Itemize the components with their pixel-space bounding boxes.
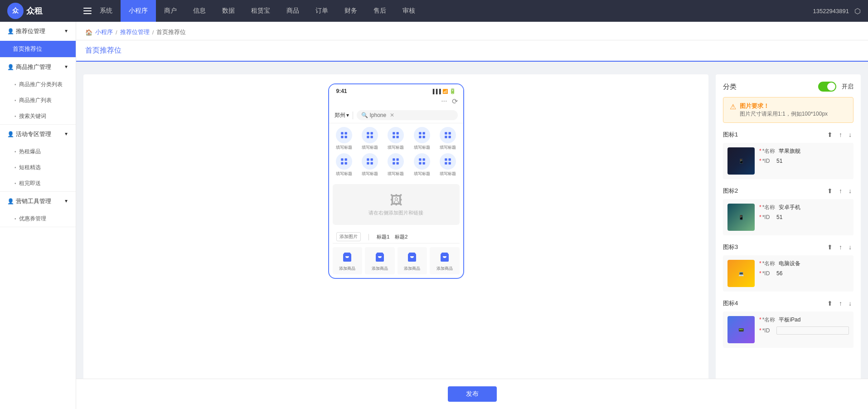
cat-label-7: 填写标题: [362, 171, 378, 177]
nav-system[interactable]: 系统: [92, 0, 121, 22]
cat-item-1[interactable]: 填写标题: [333, 127, 356, 151]
icon-section-3-actions: ⬆ ↑ ↓: [825, 243, 853, 252]
home-icon: 🏠: [85, 29, 92, 36]
cat-item-9[interactable]: 填写标题: [410, 153, 433, 177]
phone-location[interactable]: 郑州 ▾: [335, 112, 353, 119]
icon4-thumbnail[interactable]: 📟: [727, 316, 755, 343]
nav-merchant[interactable]: 商户: [156, 0, 185, 22]
sidebar-item-search-keyword[interactable]: • 搜索关键词: [0, 108, 76, 124]
breadcrumb-recommend[interactable]: 推荐位管理: [120, 28, 150, 36]
icon2-sort-top-btn[interactable]: ⬆: [825, 186, 834, 195]
cat-item-8[interactable]: 填写标题: [384, 153, 407, 177]
svg-rect-21: [345, 158, 347, 161]
sidebar-group-marketing-title[interactable]: 👤营销工具管理 ▲: [0, 192, 76, 211]
sidebar-item-homepage-recommend[interactable]: 首页推荐位: [0, 41, 76, 57]
svg-rect-9: [397, 132, 399, 134]
breadcrumb-miniapp[interactable]: 小程序: [95, 28, 113, 36]
tab-label-1[interactable]: 标题1: [377, 234, 389, 240]
svg-rect-26: [367, 162, 369, 165]
icon-section-2: 图标2 ⬆ ↑ ↓ 📱: [723, 186, 853, 235]
page-title-bar: 首页推荐位: [76, 40, 868, 62]
product-label-2: 添加商品: [372, 266, 388, 272]
sidebar-item-product-list[interactable]: • 商品推广列表: [0, 93, 76, 108]
icon3-id-value[interactable]: 56: [776, 270, 849, 277]
icon3-name-row: *名称 电脑设备: [759, 260, 849, 268]
cat-item-4[interactable]: 填写标题: [410, 127, 433, 151]
nav-lease[interactable]: 租赁宝: [243, 0, 278, 22]
svg-rect-23: [345, 162, 347, 165]
toggle-switch[interactable]: [818, 82, 836, 92]
tab-label-2[interactable]: 标题2: [395, 234, 407, 240]
cat-item-10[interactable]: 填写标题: [436, 153, 459, 177]
icon2-name-value[interactable]: 安卓手机: [779, 204, 849, 211]
icon1-id-value[interactable]: 51: [776, 158, 849, 164]
icon3-sort-top-btn[interactable]: ⬆: [825, 243, 834, 252]
chevron-recommend: ▲: [64, 29, 68, 34]
icon1-sort-down-btn[interactable]: ↓: [847, 130, 853, 139]
icon3-thumbnail[interactable]: 💻: [727, 260, 755, 287]
search-clear-icon[interactable]: ✕: [390, 112, 394, 118]
publish-button[interactable]: 发布: [448, 386, 497, 402]
product-grid: 添加商品 添加商品 添加商品: [329, 243, 463, 278]
product-item-3[interactable]: 添加商品: [398, 247, 427, 274]
icon2-sort-up-btn[interactable]: ↑: [837, 186, 844, 195]
cat-item-2[interactable]: 填写标题: [359, 127, 382, 151]
nav-order[interactable]: 订单: [307, 0, 336, 22]
logout-icon[interactable]: ⬡: [854, 7, 861, 15]
icon1-sort-top-btn[interactable]: ⬆: [825, 130, 834, 139]
banner-area[interactable]: 🖼 请在右侧添加图片和链接: [333, 184, 460, 225]
icon3-name-value[interactable]: 电脑设备: [779, 260, 849, 268]
sidebar-item-rent-done[interactable]: • 租完即送: [0, 175, 76, 191]
nav-finance[interactable]: 财务: [336, 0, 365, 22]
cat-label-2: 填写标题: [362, 145, 378, 151]
icon2-id-value[interactable]: 51: [776, 214, 849, 220]
product-item-1[interactable]: 添加商品: [333, 247, 363, 274]
sidebar-item-product-cat-list[interactable]: • 商品推广分类列表: [0, 77, 76, 93]
cat-icon-3: [388, 127, 404, 143]
sidebar-item-hot-rent[interactable]: • 热租爆品: [0, 144, 76, 160]
battery-icon: 🔋: [449, 88, 456, 94]
nav-aftersale[interactable]: 售后: [365, 0, 394, 22]
icon4-name-value[interactable]: 平板iPad: [779, 316, 849, 324]
alert-content: 图片要求！ 图片尺寸请采用1:1，例如100*100px: [740, 102, 828, 118]
cat-label-3: 填写标题: [388, 145, 404, 151]
add-image-btn[interactable]: 添加图片: [336, 232, 361, 241]
sidebar-group-product-promo-title[interactable]: 👤商品推广管理 ▲: [0, 58, 76, 77]
cat-item-7[interactable]: 填写标题: [359, 153, 382, 177]
sidebar-group-activity-title[interactable]: 👤活动专区管理 ▲: [0, 125, 76, 144]
icon1-thumbnail[interactable]: 📱: [727, 147, 755, 175]
icon4-sort-top-btn[interactable]: ⬆: [825, 299, 834, 308]
product-item-2[interactable]: 添加商品: [365, 247, 395, 274]
cat-item-5[interactable]: 填写标题: [436, 127, 459, 151]
svg-rect-27: [371, 162, 373, 165]
sidebar-group-recommend-title[interactable]: 👤推荐位管理 ▲: [0, 22, 76, 41]
sidebar-item-short-rent[interactable]: • 短租精选: [0, 160, 76, 175]
nav-goods[interactable]: 商品: [278, 0, 307, 22]
cat-item-3[interactable]: 填写标题: [384, 127, 407, 151]
icon4-sort-up-btn[interactable]: ↑: [837, 299, 844, 308]
right-panel: 分类 开启 ⚠ 图片要求！ 图片尺寸请采用1:1，例如100*100px: [716, 74, 861, 382]
icon3-sort-up-btn[interactable]: ↑: [837, 243, 844, 252]
phone-frame: 9:41 ▐▐▐ 📶 🔋 ··· ⟳: [328, 83, 464, 279]
cat-item-6[interactable]: 填写标题: [333, 153, 356, 177]
icon4-id-row: *ID: [759, 326, 849, 335]
nav-info[interactable]: 信息: [185, 0, 214, 22]
hamburger-icon[interactable]: [83, 8, 92, 14]
nav-review[interactable]: 审核: [394, 0, 423, 22]
cat-icon-9: [414, 153, 430, 170]
phone-search[interactable]: 🔍 Iphone ✕: [357, 110, 458, 120]
nav-miniapp[interactable]: 小程序: [121, 0, 156, 22]
icon2-sort-down-btn[interactable]: ↓: [847, 186, 853, 195]
icon3-sort-down-btn[interactable]: ↓: [847, 243, 853, 252]
sidebar-item-coupon[interactable]: • 优惠券管理: [0, 211, 76, 227]
icon1-name-value[interactable]: 苹果旗舰: [779, 147, 849, 155]
icon4-id-input[interactable]: [776, 326, 849, 335]
icon2-thumbnail[interactable]: 📱: [727, 204, 755, 231]
sidebar-group-marketing: 👤营销工具管理 ▲ • 优惠券管理: [0, 192, 76, 227]
nav-data[interactable]: 数据: [214, 0, 243, 22]
refresh-icon[interactable]: ⟳: [452, 97, 458, 106]
icon4-sort-down-btn[interactable]: ↓: [847, 299, 853, 308]
product-item-4[interactable]: 添加商品: [430, 247, 460, 274]
icon1-sort-up-btn[interactable]: ↑: [837, 130, 844, 139]
menu-dots-icon[interactable]: ···: [441, 97, 447, 106]
